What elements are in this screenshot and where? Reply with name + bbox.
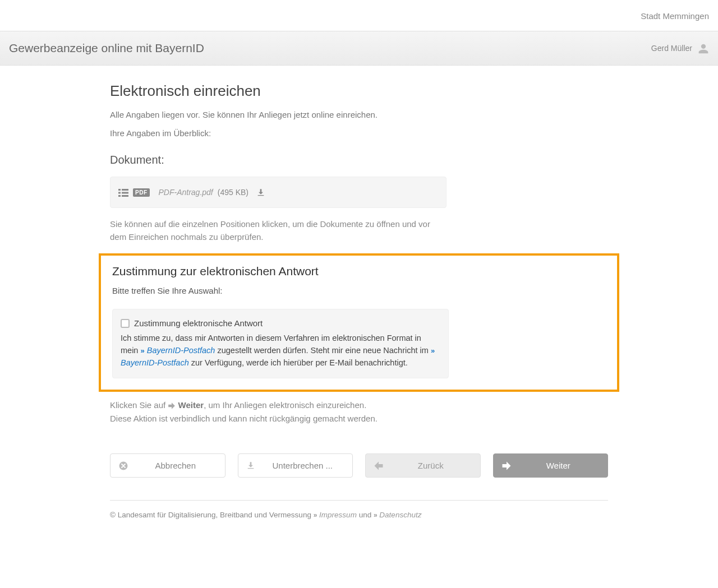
pdf-badge: PDF bbox=[133, 188, 150, 197]
consent-text: Ich stimme zu, dass mir Antworten in die… bbox=[121, 332, 440, 369]
footer-divider bbox=[110, 500, 608, 501]
page-title: Gewerbeanzeige online mit BayernID bbox=[9, 41, 204, 55]
consent-box: Zustimmung elektronische Antwort Ich sti… bbox=[112, 309, 449, 378]
back-label: Zurück bbox=[389, 461, 472, 470]
arrow-left-icon bbox=[374, 460, 384, 471]
chevron-right-icon: » bbox=[314, 511, 316, 519]
download-icon[interactable] bbox=[256, 187, 265, 197]
button-row: Abbrechen Unterbrechen ... Zurück Weiter bbox=[110, 453, 608, 478]
next-button[interactable]: Weiter bbox=[493, 453, 609, 478]
subtitle: Alle Angaben liegen vor. Sie können Ihr … bbox=[110, 110, 608, 119]
next-label: Weiter bbox=[517, 461, 600, 470]
user-icon bbox=[698, 42, 709, 55]
consent-prompt: Bitte treffen Sie Ihre Auswahl: bbox=[112, 286, 606, 295]
consent-checkbox-label: Zustimmung elektronische Antwort bbox=[134, 318, 263, 328]
back-button[interactable]: Zurück bbox=[365, 453, 481, 478]
svg-rect-4 bbox=[118, 195, 121, 197]
overview-label: Ihre Angaben im Überblick: bbox=[110, 128, 608, 138]
document-name: PDF-Antrag.pdf bbox=[159, 188, 213, 197]
consent-highlight: Zustimmung zur elektronischen Antwort Bi… bbox=[99, 253, 619, 392]
consent-checkbox[interactable] bbox=[121, 319, 130, 328]
save-icon bbox=[246, 461, 255, 471]
impressum-link[interactable]: Impressum bbox=[319, 511, 357, 519]
user-name: Gerd Müller bbox=[651, 44, 692, 53]
document-size: (495 KB) bbox=[218, 188, 248, 197]
header-bar: Gewerbeanzeige online mit BayernID Gerd … bbox=[0, 31, 718, 66]
chevron-right-icon: » bbox=[374, 511, 376, 519]
close-circle-icon bbox=[118, 460, 128, 471]
svg-rect-2 bbox=[118, 192, 121, 193]
pause-label: Unterbrechen ... bbox=[261, 461, 345, 470]
document-hint: Sie können auf die einzelnen Positionen … bbox=[110, 218, 447, 243]
pause-button[interactable]: Unterbrechen ... bbox=[238, 453, 353, 478]
cancel-label: Abbrechen bbox=[134, 461, 217, 470]
city-label: Stadt Memmingen bbox=[641, 11, 709, 21]
svg-rect-5 bbox=[122, 195, 128, 197]
document-row[interactable]: PDF PDF-Antrag.pdf (495 KB) bbox=[110, 177, 447, 208]
main-heading: Elektronisch einreichen bbox=[110, 82, 608, 100]
arrow-right-icon bbox=[501, 460, 512, 471]
chevron-right-icon: » bbox=[140, 346, 143, 355]
arrow-right-icon bbox=[168, 400, 178, 410]
consent-heading: Zustimmung zur elektronischen Antwort bbox=[112, 265, 606, 278]
svg-rect-1 bbox=[122, 189, 128, 191]
cancel-button[interactable]: Abbrechen bbox=[110, 453, 225, 478]
bayernid-postfach-link[interactable]: BayernID-Postfach bbox=[147, 346, 215, 355]
list-icon bbox=[118, 187, 128, 197]
user-section[interactable]: Gerd Müller bbox=[651, 42, 709, 55]
submit-hint: Klicken Sie auf Weiter, um Ihr Anliegen … bbox=[110, 399, 608, 425]
privacy-link[interactable]: Datenschutz bbox=[379, 511, 421, 519]
svg-rect-3 bbox=[122, 192, 128, 193]
footer: © Landesamt für Digitalisierung, Breitba… bbox=[110, 511, 608, 519]
bayernid-postfach-link-2[interactable]: BayernID-Postfach bbox=[121, 358, 189, 367]
chevron-right-icon: » bbox=[431, 346, 434, 355]
svg-rect-0 bbox=[118, 189, 121, 191]
document-heading: Dokument: bbox=[110, 154, 608, 166]
